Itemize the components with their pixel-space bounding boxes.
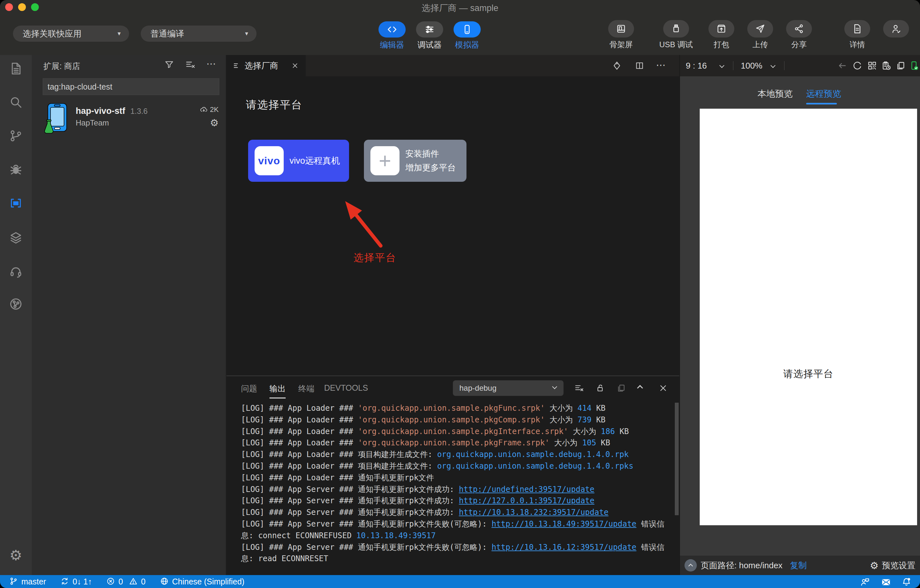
skeleton-screen-button[interactable]: 骨架屏 <box>594 18 649 50</box>
log-text: [LOG] ### App Loader ### 项目构建并生成文件: <box>241 462 437 471</box>
tab-local-preview[interactable]: 本地预览 <box>758 88 792 100</box>
panel-tab-devtools[interactable]: DEVTOOLS <box>324 383 368 393</box>
search-icon[interactable] <box>9 95 23 109</box>
debugger-mode-button[interactable]: 调试器 <box>410 18 449 50</box>
unlock-scroll-icon[interactable] <box>595 383 605 393</box>
page-path-text: 页面路径: home/index <box>701 556 782 575</box>
log-text: [LOG] ### App Loader ### 项目构建并生成文件: <box>241 450 437 459</box>
debug-icon[interactable] <box>9 162 23 177</box>
log-link[interactable]: http://undefined:39517/update <box>459 485 594 494</box>
log-link[interactable]: http://10.13.18.49:39517/update <box>491 520 636 528</box>
output-log: [LOG] ### App Loader ### 'org.quickapp.u… <box>241 403 664 565</box>
language-indicator[interactable]: Chinese (Simplified) <box>160 577 245 586</box>
panel-tab-terminal[interactable]: 终端 <box>298 383 314 394</box>
split-editor-icon[interactable] <box>635 61 645 71</box>
panel-scrollbar[interactable] <box>675 403 679 515</box>
log-link[interactable]: http://127.0.0.1:39517/update <box>459 496 594 505</box>
skeleton-screen-icon <box>615 23 627 34</box>
refresh-icon[interactable] <box>852 60 862 71</box>
log-text: [LOG] ### App Server ### 通知手机更新rpk文件成功: <box>241 485 459 494</box>
clear-list-icon[interactable] <box>185 60 195 70</box>
chevron-down-icon[interactable] <box>719 63 725 68</box>
problems-indicator[interactable]: 0 0 <box>106 577 146 586</box>
notifications-bell-icon[interactable] <box>901 577 911 586</box>
source-control-icon[interactable] <box>9 129 23 143</box>
install-card-line1: 安装插件 <box>405 148 456 159</box>
open-in-editor-icon[interactable] <box>616 383 626 393</box>
open-preview-icon[interactable] <box>612 61 622 71</box>
sync-counts: 0↓ 1↑ <box>73 577 92 586</box>
log-line: [LOG] ### App Server ### 通知手机更新rpk文件成功: … <box>241 495 664 507</box>
log-text: 105 <box>582 438 596 447</box>
log-text: [LOG] ### App Server ### 通知手机更新rpk文件失败(可… <box>241 520 491 528</box>
log-text: 10.13.18.49:39517 <box>356 531 436 540</box>
log-text: [LOG] ### App Server ### 通知手机更新rpk文件成功: <box>241 508 459 517</box>
account-button[interactable] <box>868 18 920 37</box>
zoom-dropdown[interactable]: 100% <box>741 55 763 76</box>
history-clipboard-icon[interactable] <box>881 60 891 71</box>
caret-down-icon: ▾ <box>245 26 248 42</box>
support-headset-icon[interactable] <box>9 264 23 279</box>
log-text: KB <box>591 403 605 413</box>
extension-search-input[interactable] <box>43 79 228 95</box>
filter-icon[interactable] <box>164 60 174 70</box>
output-channel-dropdown[interactable]: hap-debug <box>453 381 564 396</box>
share-button[interactable]: 分享 <box>771 18 826 50</box>
vivo-card-label: vivo远程真机 <box>290 140 340 182</box>
panel-tab-output[interactable]: 输出 <box>269 383 286 394</box>
page-heading: 请选择平台 <box>246 98 303 112</box>
log-text: org.quickapp.union.sample.debug.1.4.0.rp… <box>437 450 628 459</box>
tab-select-vendor[interactable]: 选择厂商 <box>227 55 306 76</box>
extension-list-item[interactable]: hap-vivo-stf1.3.6 HapTeam 2K ⚙ <box>32 100 227 139</box>
sliders-icon <box>424 24 435 35</box>
compile-mode-dropdown[interactable]: 普通编译 ▾ <box>141 26 256 42</box>
log-line: [LOG] ### App Loader ### 'org.quickapp.u… <box>241 437 664 449</box>
preview-settings-button[interactable]: ⚙ 预览设置 <box>870 556 915 575</box>
error-count: 0 <box>118 577 123 586</box>
feedback-icon[interactable] <box>860 577 870 586</box>
install-card-line2: 增加更多平台 <box>405 162 456 173</box>
chevron-down-icon[interactable] <box>771 63 776 68</box>
editor-mode-button[interactable]: 编辑器 <box>373 18 411 50</box>
more-editor-actions-icon[interactable]: ⋯ <box>656 61 666 71</box>
mail-icon[interactable] <box>881 577 890 586</box>
branch-indicator[interactable]: master <box>9 577 46 586</box>
document-icon <box>852 23 863 34</box>
extension-gear-icon[interactable]: ⚙ <box>210 117 219 128</box>
qr-code-icon[interactable] <box>867 60 877 71</box>
sync-indicator[interactable]: 0↓ 1↑ <box>60 577 92 586</box>
explorer-icon[interactable] <box>9 62 23 76</box>
install-plugin-card[interactable]: + 安装插件 增加更多平台 <box>364 140 466 182</box>
panel-tab-problems[interactable]: 问题 <box>241 383 257 394</box>
extensions-icon[interactable] <box>9 196 23 210</box>
collapse-bar-button[interactable] <box>685 559 697 572</box>
download-count-icon <box>199 105 208 114</box>
log-text: 739 <box>577 415 591 424</box>
globe-icon <box>160 577 170 586</box>
maximize-panel-icon[interactable] <box>638 383 648 393</box>
aspect-ratio-dropdown[interactable]: 9 : 16 <box>686 55 707 76</box>
back-icon[interactable] <box>837 60 847 71</box>
close-tab-icon[interactable] <box>290 61 300 70</box>
clear-output-icon[interactable] <box>574 383 584 393</box>
log-text: [LOG] ### App Server ### 通知手机更新rpk文件失败(可… <box>241 543 491 552</box>
log-link[interactable]: http://10.13.16.12:39517/update <box>491 543 636 552</box>
log-line: [LOG] ### App Server ### 通知手机更新rpk文件失败(可… <box>241 542 664 553</box>
package-icon <box>716 23 727 34</box>
more-actions-icon[interactable]: ⋯ <box>206 60 216 70</box>
close-panel-icon[interactable] <box>658 383 668 393</box>
fork-circle-icon[interactable] <box>9 297 23 311</box>
copy-path-link[interactable]: 复制 <box>790 556 807 575</box>
simulator-mode-button[interactable]: 模拟器 <box>448 18 486 50</box>
log-text: [LOG] ### App Loader ### <box>241 438 358 447</box>
copy-pages-icon[interactable] <box>896 60 906 71</box>
linked-quickapp-dropdown[interactable]: 选择关联快应用 ▾ <box>13 26 129 42</box>
vivo-remote-device-card[interactable]: vivo vivo远程真机 <box>248 140 349 182</box>
layers-icon[interactable] <box>9 231 23 245</box>
log-line: [LOG] ### App Loader ### 项目构建并生成文件: org.… <box>241 460 664 472</box>
settings-gear-icon[interactable]: ⚙ <box>9 548 23 562</box>
device-connected-icon[interactable] <box>909 60 919 71</box>
output-channel-label: hap-debug <box>459 384 497 392</box>
tab-remote-preview[interactable]: 远程预览 <box>806 88 841 100</box>
log-link[interactable]: http://10.13.18.232:39517/update <box>459 508 608 517</box>
